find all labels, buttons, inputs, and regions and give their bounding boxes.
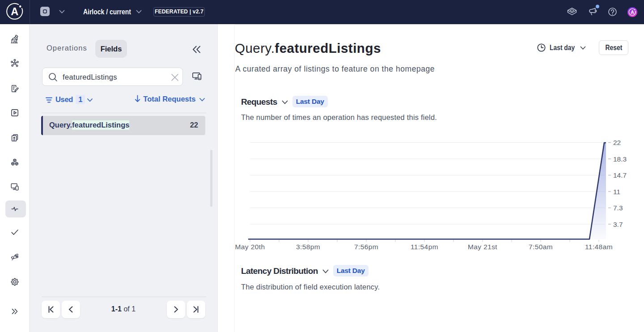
svg-text:11:54pm: 11:54pm xyxy=(411,243,438,251)
svg-text:3.7: 3.7 xyxy=(613,221,623,228)
svg-text:A: A xyxy=(11,6,18,17)
svg-text:May 21st: May 21st xyxy=(468,243,497,251)
svg-text:A: A xyxy=(631,9,634,15)
svg-text:7:56pm: 7:56pm xyxy=(354,243,378,251)
svg-text:18.3: 18.3 xyxy=(613,155,627,163)
svg-text:7:50am: 7:50am xyxy=(529,243,553,251)
svg-text:11: 11 xyxy=(613,188,620,196)
svg-text:3:58pm: 3:58pm xyxy=(296,243,320,251)
svg-text:7.3: 7.3 xyxy=(613,204,623,212)
svg-text:14.7: 14.7 xyxy=(613,171,627,179)
svg-text:11:48am: 11:48am xyxy=(585,243,613,251)
svg-text:May 20th: May 20th xyxy=(235,243,265,251)
svg-text:22: 22 xyxy=(613,139,621,146)
